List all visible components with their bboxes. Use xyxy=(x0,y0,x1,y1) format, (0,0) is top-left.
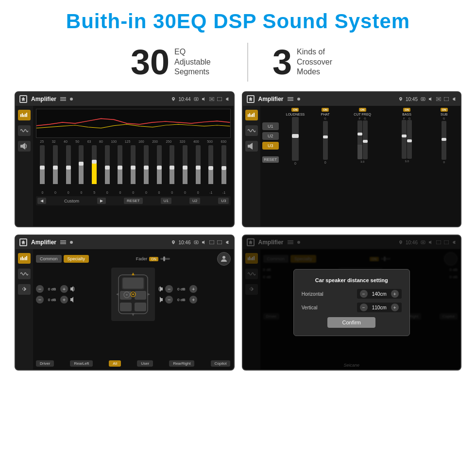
common-btn[interactable]: Common xyxy=(36,255,62,263)
loudness-slider[interactable] xyxy=(292,117,299,161)
svg-marker-17 xyxy=(22,143,25,150)
phat-on[interactable]: ON xyxy=(322,108,329,112)
wave-icon-3[interactable] xyxy=(18,269,31,279)
x-icon-2 xyxy=(436,97,441,101)
eq-slider-4[interactable] xyxy=(79,145,84,189)
eq-slider-10[interactable] xyxy=(157,145,162,189)
fader-slider[interactable] xyxy=(160,256,170,262)
u1-crossover-btn[interactable]: U1 xyxy=(262,122,279,130)
home-icon-3[interactable] xyxy=(19,238,27,246)
eq-slider-3[interactable] xyxy=(66,145,71,189)
eq-slider-5[interactable] xyxy=(92,145,97,189)
eq-slider-13[interactable] xyxy=(196,145,201,189)
rearleft-btn[interactable]: RearLeft xyxy=(70,360,93,367)
loudness-value: 0 xyxy=(294,162,296,165)
user-btn[interactable]: User xyxy=(137,360,153,367)
horizontal-plus-btn[interactable]: + xyxy=(391,290,399,298)
eq-slider-12[interactable] xyxy=(183,145,187,189)
eq-slider-2[interactable] xyxy=(53,145,58,189)
speaker-icon[interactable] xyxy=(18,141,31,152)
confirm-button[interactable]: Confirm xyxy=(327,317,375,328)
bass-slider-f[interactable] xyxy=(402,120,407,159)
cutfreq-slider-f[interactable] xyxy=(357,120,362,159)
eq-slider-14[interactable] xyxy=(208,145,213,189)
left-bottom-minus[interactable]: − xyxy=(36,296,44,304)
rearright-btn[interactable]: RearRight xyxy=(169,360,194,367)
right-top-plus[interactable]: + xyxy=(189,285,197,293)
cutfreq-slider-g[interactable] xyxy=(363,120,368,159)
play-button[interactable]: ▶ xyxy=(97,198,106,204)
screen3-title: Amplifier xyxy=(31,239,56,246)
sub-slider[interactable] xyxy=(442,121,446,160)
svg-rect-2 xyxy=(60,100,66,101)
reset-crossover-btn[interactable]: RESET xyxy=(262,156,279,163)
dot-icon-3 xyxy=(70,241,73,244)
phat-slider-g[interactable] xyxy=(323,121,328,160)
eq-slider-11[interactable] xyxy=(170,145,174,189)
back-icon-3[interactable] xyxy=(225,240,230,245)
right-bottom-plus[interactable]: + xyxy=(189,296,197,304)
eq-slider-8[interactable] xyxy=(131,145,136,189)
eq-icon-2[interactable] xyxy=(245,110,258,120)
eq-slider-6[interactable] xyxy=(105,145,110,189)
eq-slider-1[interactable] xyxy=(40,145,45,189)
cutfreq-label: CUT FREQ xyxy=(354,113,371,116)
driver-btn[interactable]: Driver xyxy=(36,360,54,367)
vertical-row: Vertical − 110cm + xyxy=(302,303,402,312)
horizontal-minus-btn[interactable]: − xyxy=(360,290,368,298)
eq-slider-9[interactable] xyxy=(144,145,149,189)
speaker-icon-2[interactable] xyxy=(245,141,258,152)
eq-icon-3[interactable] xyxy=(18,253,31,264)
bluetooth-icon[interactable] xyxy=(18,284,31,295)
screen-icon-2 xyxy=(444,97,449,101)
vertical-value: 110cm xyxy=(370,305,389,310)
specialty-btn[interactable]: Specialty xyxy=(64,255,89,263)
page-title: Buith-in 30EQ DSP Sound System xyxy=(66,10,410,33)
home-icon-2[interactable] xyxy=(247,95,255,103)
left-bottom-plus[interactable]: + xyxy=(60,296,68,304)
screen-specialty: Amplifier 10:46 xyxy=(15,235,235,371)
svg-rect-51 xyxy=(163,256,165,261)
back-icon[interactable] xyxy=(225,97,230,101)
prev-button[interactable]: ◀ xyxy=(37,198,46,204)
svg-point-52 xyxy=(222,256,225,259)
home-icon[interactable] xyxy=(19,95,27,103)
eq-slider-7[interactable] xyxy=(118,145,122,189)
cutfreq-on[interactable]: ON xyxy=(359,108,366,112)
u2-crossover-btn[interactable]: U2 xyxy=(262,132,279,140)
loudness-on[interactable]: ON xyxy=(291,108,299,112)
stat-crossover: 3 Kinds ofCrossover Modes xyxy=(248,45,370,80)
back-icon-2[interactable] xyxy=(452,97,457,101)
reset-button[interactable]: RESET xyxy=(124,198,143,204)
screen-icon-3 xyxy=(217,240,222,244)
u3-button[interactable]: U3 xyxy=(218,198,229,204)
wave-icon-2[interactable] xyxy=(245,125,258,136)
stat-crossover-number: 3 xyxy=(272,45,292,80)
sub-on[interactable]: ON xyxy=(441,108,448,112)
right-top-minus[interactable]: − xyxy=(165,285,173,293)
screen3-header: Amplifier 10:46 xyxy=(16,236,234,249)
u2-button[interactable]: U2 xyxy=(189,198,200,204)
u3-crossover-btn[interactable]: U3 xyxy=(262,142,279,150)
screen1-sidebar xyxy=(16,106,33,226)
vertical-minus-btn[interactable]: − xyxy=(360,304,368,311)
screen-dialog: Amplifier 10:46 xyxy=(242,235,462,371)
eq-slider-15[interactable] xyxy=(221,145,226,189)
left-top-plus[interactable]: + xyxy=(60,285,68,293)
screen2-body: U1 U2 U3 RESET ON LOUDNESS xyxy=(243,106,461,226)
right-bottom-minus[interactable]: − xyxy=(165,296,173,304)
avatar-icon[interactable] xyxy=(217,252,231,266)
u1-button[interactable]: U1 xyxy=(161,198,171,204)
left-top-minus[interactable]: − xyxy=(36,285,44,293)
copilot-btn[interactable]: Copilot xyxy=(211,360,231,367)
vertical-plus-btn[interactable]: + xyxy=(391,304,399,311)
all-btn[interactable]: All xyxy=(109,360,121,367)
horizontal-label: Horizontal xyxy=(302,291,331,297)
wave-icon[interactable] xyxy=(18,125,31,136)
bass-on[interactable]: ON xyxy=(403,108,410,112)
bass-slider-g[interactable] xyxy=(407,120,412,159)
eq-icon[interactable] xyxy=(18,110,31,120)
car-svg xyxy=(111,268,155,321)
screen2-header-left: Amplifier xyxy=(247,95,300,103)
stat-crossover-label: Kinds ofCrossover Modes xyxy=(297,47,345,77)
